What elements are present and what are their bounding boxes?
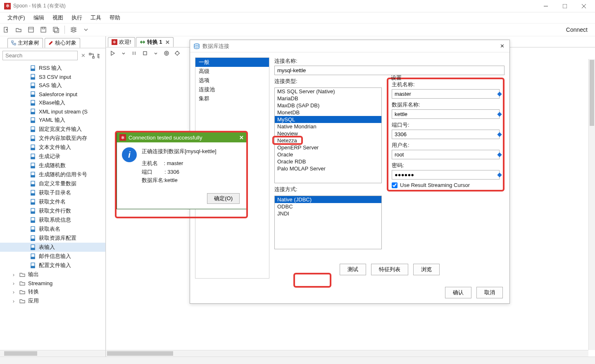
dropdown-icon[interactable]: [81, 25, 90, 34]
menu-help[interactable]: 帮助: [105, 14, 124, 21]
test-button[interactable]: 测试: [340, 264, 366, 275]
save-as-icon[interactable]: [51, 25, 60, 34]
explore-icon[interactable]: [26, 25, 36, 34]
port-input[interactable]: [392, 130, 500, 139]
conn-type-item[interactable]: MaxDB (SAP DB): [275, 102, 381, 109]
popup-close-icon[interactable]: ✕: [239, 135, 244, 141]
browse-button[interactable]: 浏览: [413, 264, 440, 275]
conn-type-item[interactable]: MySQL: [275, 116, 381, 123]
tree-item[interactable]: 生成记录: [0, 152, 105, 161]
conn-type-item[interactable]: MonetDB: [275, 109, 381, 116]
access-item[interactable]: JNDI: [275, 210, 381, 217]
tab-welcome[interactable]: ✻ 欢迎!: [108, 37, 135, 47]
tree-item[interactable]: 获取系统信息: [0, 215, 105, 225]
tree-item[interactable]: 自定义常量数据: [0, 179, 105, 188]
tab-transformation[interactable]: 转换 1 ✕: [136, 37, 174, 47]
object-tree[interactable]: RSS 输入S3 CSV inputSAS 输入Salesforce input…: [0, 63, 105, 350]
features-button[interactable]: 特征列表: [371, 264, 408, 275]
user-input[interactable]: [392, 150, 500, 159]
open-file-icon[interactable]: [14, 25, 23, 34]
tree-item[interactable]: YAML 输入: [0, 116, 105, 125]
host-input[interactable]: [392, 89, 500, 99]
expand-icon[interactable]: [89, 52, 95, 59]
conn-type-item[interactable]: Oracle RDB: [275, 158, 381, 165]
conn-type-item[interactable]: Neoview: [275, 130, 381, 137]
menu-edit[interactable]: 编辑: [29, 14, 48, 21]
connect-link[interactable]: Connect: [566, 26, 588, 33]
collapse-icon[interactable]: [97, 52, 103, 59]
tab-core-objects[interactable]: 核心对象: [45, 38, 80, 48]
clear-search-icon[interactable]: ✕: [80, 52, 86, 59]
tree-item[interactable]: 生成随机的信用卡号: [0, 170, 105, 179]
pause-icon[interactable]: [130, 49, 138, 57]
perspective-icon[interactable]: [69, 25, 78, 34]
tab-main-tree[interactable]: 主对象树: [7, 38, 43, 48]
access-item[interactable]: Native (JDBC): [275, 196, 381, 203]
conn-type-item[interactable]: OpenERP Server: [275, 144, 381, 151]
tree-item[interactable]: S3 CSV input: [0, 73, 105, 81]
run-icon[interactable]: [109, 49, 117, 57]
ok-button[interactable]: 确认: [445, 287, 471, 298]
expand-chevron-icon[interactable]: ›: [11, 298, 17, 304]
tree-item[interactable]: 获取资源库配置: [0, 234, 105, 243]
conn-name-input[interactable]: [274, 66, 505, 75]
menu-view[interactable]: 视图: [48, 14, 67, 21]
canvas-v-scrollbar[interactable]: [588, 59, 595, 350]
db-input[interactable]: [392, 109, 500, 119]
tree-item[interactable]: 生成随机数: [0, 161, 105, 170]
conn-type-item[interactable]: Oracle: [275, 151, 381, 158]
save-icon[interactable]: [39, 25, 48, 34]
conn-type-item[interactable]: MS SQL Server (Native): [275, 88, 381, 95]
tree-item[interactable]: 表输入: [0, 243, 105, 252]
dialog-nav-item[interactable]: 高级: [195, 67, 269, 76]
tree-item[interactable]: 文件内容加载至内存: [0, 134, 105, 143]
debug-icon[interactable]: [173, 49, 181, 57]
preview-icon[interactable]: [162, 49, 171, 57]
left-h-scrollbar[interactable]: [0, 350, 105, 357]
expand-chevron-icon[interactable]: ›: [11, 289, 17, 295]
search-input[interactable]: [2, 51, 78, 60]
menu-file[interactable]: 文件(F): [3, 14, 29, 21]
tree-item[interactable]: XML input stream (S: [0, 107, 105, 116]
tree-item[interactable]: 固定宽度文件输入: [0, 125, 105, 134]
tree-folder[interactable]: ›输出: [0, 270, 105, 279]
canvas-h-scrollbar[interactable]: [106, 350, 588, 357]
run-dropdown-icon[interactable]: [119, 49, 128, 57]
tree-folder[interactable]: ›转换: [0, 287, 105, 296]
cancel-button[interactable]: 取消: [476, 287, 503, 298]
tree-item[interactable]: 获取表名: [0, 225, 105, 234]
dialog-close-icon[interactable]: ✕: [498, 43, 506, 49]
access-item[interactable]: ODBC: [275, 203, 381, 210]
tree-item[interactable]: Salesforce input: [0, 90, 105, 98]
menu-run[interactable]: 执行: [67, 14, 86, 21]
stop-icon[interactable]: [141, 49, 149, 57]
dialog-nav-item[interactable]: 连接池: [195, 85, 269, 94]
conn-type-item[interactable]: Palo MOLAP Server: [275, 165, 381, 172]
popup-ok-button[interactable]: 确定(O): [207, 193, 240, 204]
conn-type-item[interactable]: Native Mondrian: [275, 123, 381, 130]
dialog-nav-item[interactable]: 一般: [195, 58, 269, 67]
expand-chevron-icon[interactable]: ›: [11, 280, 17, 286]
tree-folder[interactable]: ›Streaming: [0, 279, 105, 287]
tree-item[interactable]: 文本文件输入: [0, 143, 105, 152]
conn-type-item[interactable]: MariaDB: [275, 95, 381, 102]
dialog-nav-item[interactable]: 集群: [195, 94, 269, 103]
stop-dropdown-icon[interactable]: [152, 49, 160, 57]
new-file-icon[interactable]: [2, 25, 11, 34]
tree-folder[interactable]: ›应用: [0, 296, 105, 305]
tab-close-icon[interactable]: ✕: [164, 39, 170, 45]
tree-item[interactable]: 邮件信息输入: [0, 252, 105, 261]
access-list[interactable]: Native (JDBC)ODBCJNDI: [274, 196, 382, 249]
tree-item[interactable]: 获取子目录名: [0, 188, 105, 197]
tree-item[interactable]: 获取文件行数: [0, 206, 105, 215]
close-button[interactable]: [574, 0, 593, 12]
maximize-button[interactable]: [555, 0, 574, 12]
tree-item[interactable]: 配置文件输入: [0, 261, 105, 270]
conn-type-item[interactable]: Netezza: [275, 137, 381, 144]
pass-input[interactable]: [392, 170, 500, 180]
menu-tools[interactable]: 工具: [86, 14, 105, 21]
conn-type-list[interactable]: MS SQL Server (Native)MariaDBMaxDB (SAP …: [274, 87, 382, 183]
tree-item[interactable]: RSS 输入: [0, 64, 105, 73]
tree-item[interactable]: SAS 输入: [0, 81, 105, 90]
tree-item[interactable]: 获取文件名: [0, 197, 105, 206]
